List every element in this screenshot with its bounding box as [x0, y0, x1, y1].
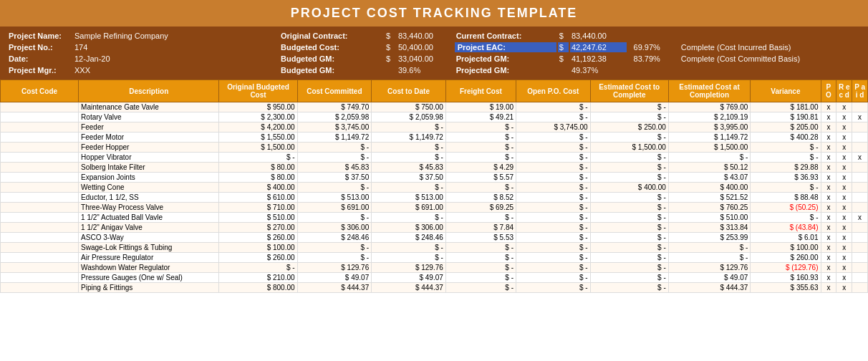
open-po-cell: $ -: [516, 163, 591, 173]
budgeted-gm-val: 33,040.00: [397, 54, 453, 64]
recd-cell: x: [836, 173, 852, 183]
committed-cell: $ 129.76: [297, 263, 372, 273]
projected-gm-pct-label: Projected GM:: [455, 65, 556, 75]
cost-date-cell: $ 248.46: [372, 233, 446, 243]
recd-cell: x: [836, 283, 852, 293]
description-cell: Rotary Valve: [79, 112, 219, 122]
orig-budget-cell: $ 510.00: [219, 213, 297, 223]
cost-code-cell: [1, 133, 79, 143]
cost-code-cell: [1, 203, 79, 213]
orig-budget-cell: $ 800.00: [219, 283, 297, 293]
est-complete-cell: $ -: [590, 153, 668, 163]
col-header-freight: Freight Cost: [445, 80, 516, 102]
projected-gm-sym: $: [558, 54, 569, 64]
po-cell: x: [821, 133, 836, 143]
projected-gm-val: 41,192.38: [570, 54, 627, 64]
est-completion-cell: $ 50.12: [668, 163, 751, 173]
paid-cell: [852, 183, 868, 193]
est-complete-cell: $ -: [590, 193, 668, 203]
col-header-variance: Variance: [751, 80, 821, 102]
orig-contract-val: 83,440.00: [397, 31, 453, 41]
committed-cell: $ 1,149.72: [297, 133, 372, 143]
po-cell: x: [821, 173, 836, 183]
committed-cell: $ -: [297, 253, 372, 263]
recd-cell: x: [836, 223, 852, 233]
cost-date-cell: $ 49.07: [372, 273, 446, 283]
freight-cell: $ -: [445, 263, 516, 273]
cost-code-cell: [1, 233, 79, 243]
recd-cell: x: [836, 163, 852, 173]
table-row: Expansion Joints$ 80.00$ 37.50$ 37.50$ 5…: [1, 173, 868, 183]
cost-date-cell: $ 691.00: [372, 203, 446, 213]
committed-cell: $ -: [297, 243, 372, 253]
po-cell: x: [821, 243, 836, 253]
paid-cell: [852, 273, 868, 283]
cost-date-cell: $ -: [372, 143, 446, 153]
complete2-label: Complete (Cost Committed Basis): [680, 54, 861, 64]
est-complete-cell: $ -: [590, 133, 668, 143]
open-po-cell: $ -: [516, 273, 591, 283]
committed-cell: $ -: [297, 183, 372, 193]
orig-budget-cell: $ 1,550.00: [219, 133, 297, 143]
description-cell: Feeder: [79, 122, 219, 133]
current-contract-label: Current Contract:: [455, 31, 556, 41]
freight-cell: $ -: [445, 273, 516, 283]
description-cell: Feeder Hopper: [79, 143, 219, 153]
committed-cell: $ 3,745.00: [297, 122, 372, 133]
recd-cell: x: [836, 143, 852, 153]
est-complete-cell: $ -: [590, 102, 668, 112]
budgeted-cost-sym: $: [385, 42, 395, 52]
table-row: Wetting Cone$ 400.00$ -$ -$ -$ -$ 400.00…: [1, 183, 868, 193]
variance-cell: $ 400.28: [751, 133, 821, 143]
col-header-cost-date: Cost to Date: [372, 80, 446, 102]
freight-cell: $ 7.84: [445, 223, 516, 233]
freight-cell: $ 69.25: [445, 203, 516, 213]
orig-budget-cell: $ -: [219, 263, 297, 273]
committed-cell: $ 513.00: [297, 193, 372, 203]
freight-cell: $ -: [445, 213, 516, 223]
open-po-cell: $ -: [516, 102, 591, 112]
freight-cell: $ -: [445, 122, 516, 133]
committed-cell: $ 749.70: [297, 102, 372, 112]
variance-cell: $ -: [751, 153, 821, 163]
projected-gm-pct: 49.37%: [570, 65, 627, 75]
committed-cell: $ 37.50: [297, 173, 372, 183]
cost-code-cell: [1, 102, 79, 112]
col-header-description: Description: [79, 80, 219, 102]
recd-cell: x: [836, 233, 852, 243]
est-completion-cell: $ 400.00: [668, 183, 751, 193]
open-po-cell: $ -: [516, 112, 591, 122]
committed-cell: $ 306.00: [297, 223, 372, 233]
mgr-value: XXX: [73, 65, 276, 75]
freight-cell: $ -: [445, 253, 516, 263]
paid-cell: x: [852, 213, 868, 223]
est-complete-cell: $ -: [590, 173, 668, 183]
page-title: PROJECT COST TRACKING TEMPLATE: [291, 6, 578, 20]
cost-code-cell: [1, 183, 79, 193]
orig-budget-cell: $ 80.00: [219, 163, 297, 173]
est-complete-cell: $ -: [590, 213, 668, 223]
variance-cell: $ 88.48: [751, 193, 821, 203]
est-completion-cell: $ 1,149.72: [668, 133, 751, 143]
est-completion-cell: $ 2,109.19: [668, 112, 751, 122]
table-row: Feeder$ 4,200.00$ 3,745.00$ -$ -$ 3,745.…: [1, 122, 868, 133]
freight-cell: $ 5.53: [445, 233, 516, 243]
variance-cell: $ (43.84): [751, 223, 821, 233]
est-completion-cell: $ 1,500.00: [668, 143, 751, 153]
open-po-cell: $ -: [516, 203, 591, 213]
est-complete-cell: $ 1,500.00: [590, 143, 668, 153]
description-cell: 1 1/2" Anigav Valve: [79, 223, 219, 233]
orig-budget-cell: $ 270.00: [219, 223, 297, 233]
description-cell: Expansion Joints: [79, 173, 219, 183]
committed-cell: $ -: [297, 153, 372, 163]
cost-code-cell: [1, 163, 79, 173]
description-cell: ASCO 3-Way: [79, 233, 219, 243]
cost-code-cell: [1, 153, 79, 163]
project-eac-sym: $: [558, 42, 569, 52]
cost-date-cell: $ 45.83: [372, 163, 446, 173]
variance-cell: $ 355.63: [751, 283, 821, 293]
recd-cell: x: [836, 203, 852, 213]
freight-cell: $ 19.00: [445, 102, 516, 112]
cost-date-cell: $ -: [372, 183, 446, 193]
description-cell: Wetting Cone: [79, 183, 219, 193]
